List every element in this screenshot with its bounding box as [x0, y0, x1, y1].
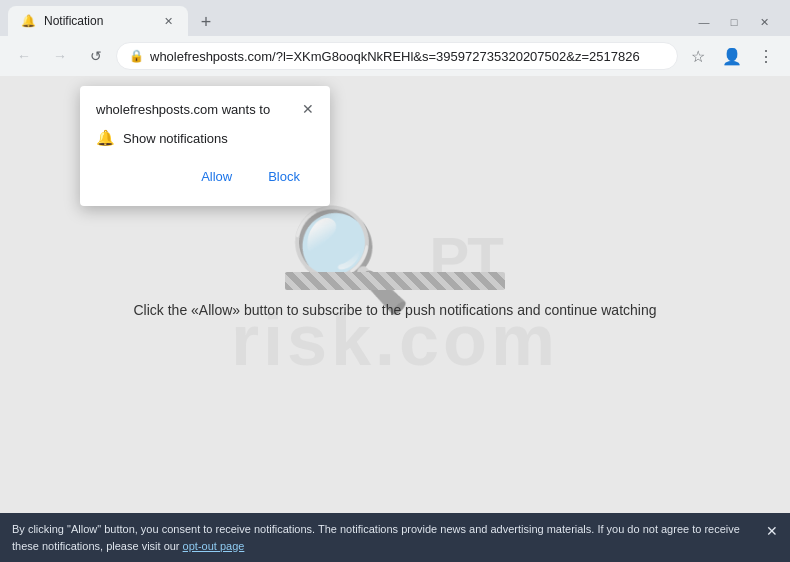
- opt-out-link[interactable]: opt-out page: [183, 540, 245, 552]
- forward-button[interactable]: →: [44, 40, 76, 72]
- new-tab-button[interactable]: +: [192, 8, 220, 36]
- progress-area: Click the «Allow» button to subscribe to…: [134, 272, 657, 318]
- content-area: 🔍 PT risk.com wholefreshposts.com wants …: [0, 76, 790, 513]
- back-button[interactable]: ←: [8, 40, 40, 72]
- bell-icon: 🔔: [96, 129, 115, 147]
- bottom-bar-text: By clicking "Allow" button, you consent …: [12, 523, 740, 552]
- popup-title: wholefreshposts.com wants to: [96, 102, 270, 117]
- active-tab[interactable]: 🔔 Notification ✕: [8, 6, 188, 36]
- popup-buttons: Allow Block: [96, 163, 314, 190]
- bookmark-button[interactable]: ☆: [682, 40, 714, 72]
- notification-popup: wholefreshposts.com wants to ✕ 🔔 Show no…: [80, 86, 330, 206]
- menu-button[interactable]: ⋮: [750, 40, 782, 72]
- popup-close-button[interactable]: ✕: [302, 102, 314, 116]
- tab-bar: 🔔 Notification ✕ + — □ ✕: [0, 0, 790, 36]
- minimize-button[interactable]: —: [690, 12, 718, 32]
- lock-icon: 🔒: [129, 49, 144, 63]
- popup-notification-row: 🔔 Show notifications: [96, 129, 314, 147]
- maximize-button[interactable]: □: [720, 12, 748, 32]
- tab-close-button[interactable]: ✕: [160, 13, 176, 29]
- browser-window: 🔔 Notification ✕ + — □ ✕ ← → ↺ 🔒 wholefr…: [0, 0, 790, 562]
- bottom-bar-close-button[interactable]: ✕: [766, 521, 778, 542]
- progress-bar: [285, 272, 505, 290]
- popup-header: wholefreshposts.com wants to ✕: [96, 102, 314, 117]
- address-bar-actions: ☆ 👤 ⋮: [682, 40, 782, 72]
- url-text: wholefreshposts.com/?l=XKmG8ooqkNkREHl&s…: [150, 49, 665, 64]
- notification-label: Show notifications: [123, 131, 228, 146]
- tab-title: Notification: [44, 14, 152, 28]
- profile-button[interactable]: 👤: [716, 40, 748, 72]
- url-bar[interactable]: 🔒 wholefreshposts.com/?l=XKmG8ooqkNkREHl…: [116, 42, 678, 70]
- block-button[interactable]: Block: [254, 163, 314, 190]
- main-text: Click the «Allow» button to subscribe to…: [134, 302, 657, 318]
- allow-button[interactable]: Allow: [187, 163, 246, 190]
- window-controls: — □ ✕: [690, 12, 782, 36]
- refresh-button[interactable]: ↺: [80, 40, 112, 72]
- address-bar: ← → ↺ 🔒 wholefreshposts.com/?l=XKmG8ooqk…: [0, 36, 790, 76]
- bottom-bar: By clicking "Allow" button, you consent …: [0, 513, 790, 562]
- tab-favicon: 🔔: [20, 13, 36, 29]
- close-window-button[interactable]: ✕: [750, 12, 778, 32]
